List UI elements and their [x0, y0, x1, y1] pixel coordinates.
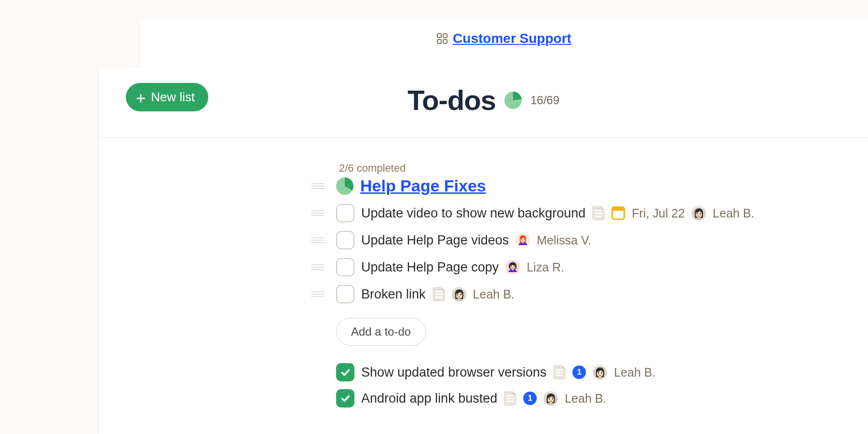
todo-row: Update Help Page videos👩🏻‍🦰Melissa V. [311, 231, 868, 249]
assignee-name: Melissa V. [537, 233, 591, 247]
comment-count-badge[interactable]: 1 [523, 392, 537, 405]
list-progress-pie-icon [336, 177, 353, 195]
todo-checkbox[interactable] [336, 363, 354, 381]
drag-handle-icon[interactable] [311, 264, 325, 270]
progress-count: 16/69 [530, 94, 559, 107]
assignee-name: Liza R. [527, 260, 564, 274]
avatar: 👩🏻 [593, 365, 607, 380]
note-icon[interactable] [433, 287, 445, 301]
comment-count-badge[interactable]: 1 [572, 366, 586, 379]
assignee-name: Leah B. [713, 206, 754, 220]
assignee-name: Leah B. [473, 287, 515, 301]
todo-checkbox[interactable] [336, 285, 354, 303]
todo-checkbox[interactable] [336, 258, 354, 276]
breadcrumb-link[interactable]: Customer Support [453, 31, 571, 46]
svg-rect-0 [437, 34, 441, 38]
assignee-name: Leah B. [614, 366, 655, 380]
assignee-name: Leah B. [565, 392, 606, 406]
page-title: To-dos [407, 84, 496, 116]
list-title-link[interactable]: Help Page Fixes [360, 176, 486, 195]
avatar: 👩🏻‍🦱 [505, 260, 520, 274]
svg-rect-1 [443, 34, 447, 38]
todo-title[interactable]: Update Help Page copy [361, 260, 499, 275]
todo-title[interactable]: Android app link busted [361, 391, 497, 406]
content-area: 2/6 completed Help Page Fixes Update vid… [99, 138, 868, 407]
todo-checkbox[interactable] [336, 231, 354, 249]
drag-handle-icon[interactable] [311, 291, 325, 297]
drag-handle-icon[interactable] [311, 183, 325, 189]
note-icon[interactable] [592, 206, 605, 220]
grid-icon [436, 33, 448, 44]
todo-title[interactable]: Broken link [361, 287, 426, 302]
due-date: Fri, Jul 22 [632, 206, 685, 220]
card-header: New list To-dos 16/69 [99, 68, 868, 138]
todo-title[interactable]: Update video to show new background [361, 206, 585, 221]
svg-rect-3 [443, 40, 447, 43]
todo-list-block: 2/6 completed Help Page Fixes Update vid… [311, 162, 868, 407]
note-icon[interactable] [553, 365, 566, 380]
avatar: 👩🏻 [692, 206, 706, 220]
parent-project-card: Customer Support [140, 17, 868, 75]
add-todo-button[interactable]: Add a to-do [336, 318, 426, 346]
todo-row: Broken link👩🏻Leah B. [311, 285, 868, 303]
list-progress-text: 2/6 completed [339, 162, 868, 175]
todo-title[interactable]: Update Help Page videos [361, 233, 509, 248]
avatar: 👩🏻‍🦰 [515, 233, 530, 247]
todo-checkbox[interactable] [336, 389, 354, 407]
calendar-icon [611, 206, 625, 220]
todos-card: New list To-dos 16/69 2/6 completed Help… [99, 68, 868, 434]
drag-handle-icon[interactable] [311, 210, 325, 216]
avatar: 👩🏻 [543, 391, 558, 406]
note-icon[interactable] [504, 391, 516, 406]
todo-title[interactable]: Show updated browser versions [361, 365, 546, 380]
avatar: 👩🏻 [452, 287, 466, 301]
todo-checkbox[interactable] [336, 204, 354, 222]
drag-handle-icon[interactable] [311, 237, 325, 243]
todo-row: Update video to show new backgroundFri, … [311, 204, 868, 222]
title-block: To-dos 16/69 [99, 84, 868, 116]
completed-todo-row: Android app link busted1👩🏻Leah B. [336, 389, 868, 407]
progress-pie-icon [504, 92, 522, 109]
svg-rect-2 [437, 40, 441, 43]
todo-row: Update Help Page copy👩🏻‍🦱Liza R. [311, 258, 868, 276]
list-title-row: Help Page Fixes [311, 176, 868, 195]
completed-todo-row: Show updated browser versions1👩🏻Leah B. [336, 363, 868, 381]
breadcrumb: Customer Support [436, 31, 571, 46]
